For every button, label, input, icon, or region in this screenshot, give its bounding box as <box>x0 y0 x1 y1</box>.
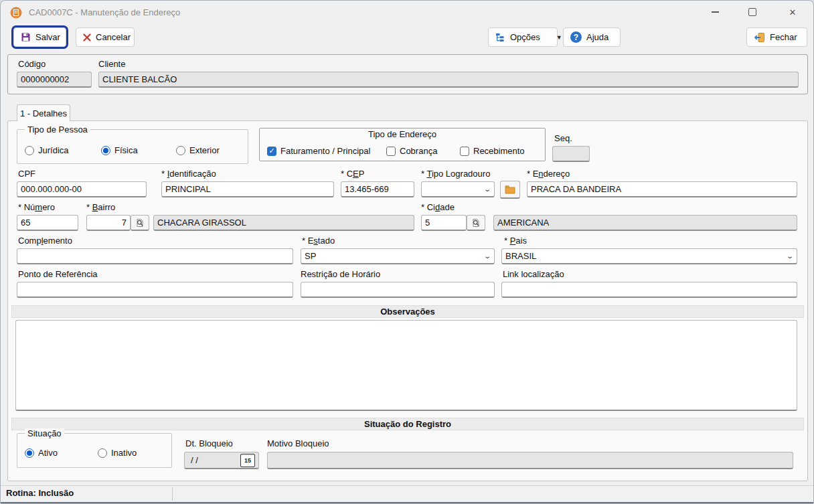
maximize-icon <box>748 8 756 16</box>
save-icon <box>21 32 31 42</box>
bairro-label: * Bairro <box>86 202 115 212</box>
titlebar: CAD0007C - Manutenção de Endereço ✕ <box>1 1 813 25</box>
options-tree-icon <box>495 33 505 42</box>
radio-exterior[interactable]: Exterior <box>176 145 220 155</box>
maximize-button[interactable] <box>741 3 764 21</box>
app-icon <box>10 7 22 19</box>
radio-juridica[interactable]: Jurídica <box>25 145 69 155</box>
options-dropdown-arrow-icon[interactable]: ▼ <box>556 34 562 41</box>
ponto-referencia-label: Ponto de Referência <box>18 269 98 279</box>
exit-door-icon <box>754 32 765 43</box>
codigo-field <box>17 72 92 88</box>
options-label: Opções <box>510 32 540 42</box>
checkbox-icon <box>386 147 396 156</box>
restricao-horario-label: Restrição de Horário <box>301 269 380 279</box>
save-button[interactable]: Salvar <box>13 27 66 47</box>
logradouro-folder-button[interactable] <box>500 181 520 199</box>
cliente-label: Cliente <box>98 59 125 69</box>
bairro-code-field[interactable] <box>86 215 131 231</box>
save-label: Salvar <box>35 32 60 42</box>
pais-value: BRASIL <box>505 251 536 261</box>
tab-detalhes[interactable]: 1 - Detalhes <box>17 104 70 121</box>
codigo-label: Código <box>18 59 46 69</box>
options-button[interactable]: Opções ▼ <box>488 27 558 47</box>
minimize-button[interactable] <box>704 3 726 21</box>
chevron-down-icon: ⌄ <box>483 186 491 193</box>
radio-ativo-label: Ativo <box>38 448 58 458</box>
checkbox-faturamento-principal[interactable]: ✓ Faturamento / Principal <box>267 146 370 156</box>
checkbox-recebimento-label: Recebimento <box>473 146 525 156</box>
dt-bloqueio-field[interactable]: / / 15 <box>184 452 259 469</box>
radio-fisica-label: Física <box>114 145 138 155</box>
calendar-icon[interactable]: 15 <box>240 454 255 467</box>
seq-label: Seq. <box>554 133 572 143</box>
identificacao-label: * Identificação <box>161 169 216 179</box>
complemento-label: Complemento <box>18 236 72 246</box>
chevron-down-icon: ⌄ <box>483 253 491 260</box>
cpf-field[interactable] <box>17 181 147 197</box>
radio-juridica-label: Jurídica <box>38 145 69 155</box>
app-window: CAD0007C - Manutenção de Endereço ✕ Salv… <box>0 0 814 504</box>
cidade-lookup-button[interactable] <box>467 215 485 231</box>
restricao-horario-field[interactable] <box>301 282 495 298</box>
cep-label: * CEP <box>341 169 364 179</box>
estado-label: * Estado <box>302 236 335 246</box>
checkbox-cobranca[interactable]: Cobrança <box>386 146 437 156</box>
estado-select[interactable]: SP ⌄ <box>301 248 495 264</box>
radio-icon <box>101 146 110 155</box>
observacoes-header: Observações <box>11 305 804 318</box>
cidade-code-field[interactable] <box>421 215 467 231</box>
checkbox-recebimento[interactable]: Recebimento <box>460 146 525 156</box>
radio-inativo-label: Inativo <box>111 448 137 458</box>
radio-icon <box>25 448 34 458</box>
pais-select[interactable]: BRASIL ⌄ <box>501 248 797 264</box>
cep-field[interactable] <box>341 181 414 197</box>
tipo-pessoa-legend: Tipo de Pessoa <box>25 124 90 135</box>
search-icon <box>471 218 481 228</box>
motivo-bloqueio-field <box>267 452 793 469</box>
identificacao-field[interactable] <box>161 181 334 197</box>
help-button[interactable]: ? Ajuda <box>563 27 621 47</box>
numero-label: * Número <box>18 202 55 212</box>
status-divider <box>172 487 173 501</box>
complemento-field[interactable] <box>17 248 293 264</box>
cancel-icon <box>83 33 91 41</box>
situacao-registro-header: Situação do Registro <box>11 418 804 430</box>
cliente-field <box>98 72 799 88</box>
checkbox-icon <box>460 147 469 156</box>
cidade-name-field <box>493 215 797 231</box>
status-text: Rotina: Inclusão <box>6 488 74 498</box>
radio-inativo[interactable]: Inativo <box>98 448 137 458</box>
bairro-lookup-button[interactable] <box>131 215 149 231</box>
situacao-legend: Situação <box>25 428 64 438</box>
pais-label: * Pais <box>504 236 527 246</box>
radio-icon <box>25 146 34 155</box>
radio-icon <box>176 146 185 155</box>
folder-icon <box>505 185 515 194</box>
close-button[interactable]: ✕ <box>781 3 804 21</box>
motivo-bloqueio-label: Motivo Bloqueio <box>267 438 329 448</box>
estado-value: SP <box>305 251 316 261</box>
endereco-label: * Endereço <box>527 169 570 179</box>
tipo-logradouro-select[interactable]: ⌄ <box>421 181 495 197</box>
observacoes-textarea[interactable] <box>15 320 797 411</box>
radio-fisica[interactable]: Física <box>101 145 138 155</box>
link-localizacao-field[interactable] <box>501 282 797 298</box>
radio-ativo[interactable]: Ativo <box>25 448 58 458</box>
numero-field[interactable] <box>17 215 78 231</box>
close-icon: ✕ <box>789 7 797 17</box>
cancel-button[interactable]: Cancelar <box>76 27 135 47</box>
dt-bloqueio-label: Dt. Bloqueio <box>185 438 233 448</box>
close-window-button[interactable]: Fechar <box>746 27 807 47</box>
help-label: Ajuda <box>586 32 608 42</box>
checkbox-icon: ✓ <box>267 147 276 156</box>
tipo-logradouro-label: * Tipo Logradouro <box>421 169 490 179</box>
ponto-referencia-field[interactable] <box>17 282 293 298</box>
endereco-field[interactable] <box>527 181 797 197</box>
link-localizacao-label: Link localização <box>503 269 564 279</box>
window-title: CAD0007C - Manutenção de Endereço <box>29 7 180 17</box>
tipo-endereco-title: Tipo de Endereço <box>259 129 546 139</box>
radio-exterior-label: Exterior <box>189 145 220 155</box>
seq-field <box>552 146 590 162</box>
chevron-down-icon: ⌄ <box>786 253 794 260</box>
